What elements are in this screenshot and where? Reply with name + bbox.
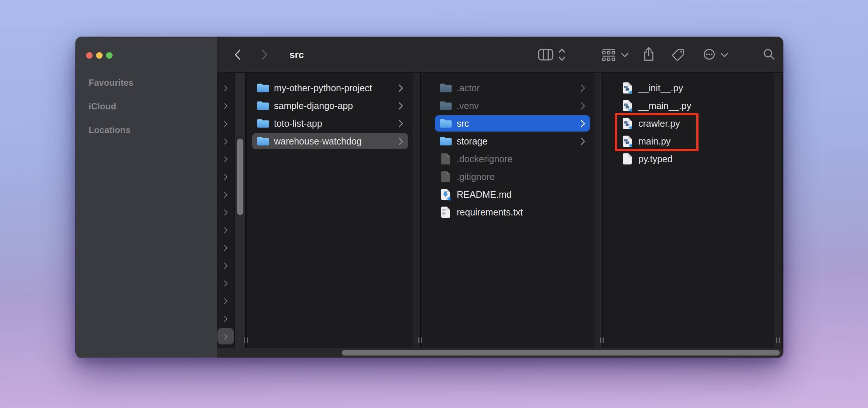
back-icon[interactable] [232,48,244,61]
file-label: .actor [457,83,480,94]
folder-icon [439,135,452,147]
folder-icon [439,99,452,112]
more-chevron-icon[interactable] [720,52,728,58]
file-label: __main__.py [638,101,691,111]
chevron-right-icon [222,174,228,180]
file-label: sample-django-app [274,101,353,111]
file-label: README.md [457,189,512,200]
file-row[interactable]: .actor [435,80,590,96]
window-title: src [289,37,304,73]
column-resize-handle[interactable] [776,337,780,343]
finder-window: Favourites iCloud Locations src [76,37,783,358]
tag-icon[interactable] [672,48,686,62]
chevron-right-icon [577,102,585,109]
chevron-right-icon [395,102,403,109]
chevron-right-icon [222,227,228,234]
file-row[interactable]: my-other-python-project [252,80,408,96]
chevron-right-icon [577,84,585,92]
file-row[interactable]: .venv [435,98,590,114]
file-row[interactable]: __main__.py [617,98,764,114]
chevron-right-icon [222,192,228,198]
search-icon[interactable] [762,48,776,61]
chevron-right-icon [577,119,585,127]
chevron-right-icon [395,137,403,145]
sidebar: Favourites iCloud Locations [76,37,217,358]
chevron-right-icon [222,121,228,127]
group-chevron-icon[interactable] [621,52,629,58]
chevron-right-icon [222,103,228,109]
scrollbar-lane [594,73,602,348]
chevron-right-icon [395,119,403,127]
column-resize-handle[interactable] [418,337,422,343]
sidebar-section-locations[interactable]: Locations [89,125,130,135]
file-row-selected[interactable]: src [435,115,590,132]
close-button[interactable] [86,52,93,59]
horizontal-scrollbar-track[interactable] [217,348,783,358]
chevron-right-icon [395,84,403,92]
red-highlight-annotation [615,113,699,151]
file-row[interactable]: .dockerignore [435,151,590,167]
file-label: my-other-python-project [274,83,372,94]
file-label: storage [457,136,487,147]
file-label: requirements.txt [457,207,523,218]
file-label: toto-list-app [274,118,322,129]
folder-icon [257,135,269,147]
scrollbar-lane [413,73,420,348]
column-browser: my-other-python-project sample-django-ap… [217,73,783,358]
horizontal-scrollbar-thumb[interactable] [342,350,780,356]
document-icon [439,170,452,183]
more-icon[interactable] [703,48,716,60]
python-file-icon [621,82,634,94]
file-label: .venv [457,101,479,111]
chevron-right-icon [222,156,228,163]
file-row-selected[interactable]: warehouse-watchdog [252,133,408,149]
minimize-button[interactable] [96,52,103,59]
markdown-document-icon [439,188,452,201]
chevron-right-icon [222,210,228,216]
chevron-right-icon [222,139,228,145]
folder-icon [257,99,269,112]
file-row[interactable]: __init__.py [617,80,764,96]
file-label: .dockerignore [457,154,512,164]
column-divider[interactable] [602,73,603,348]
column-divider[interactable] [420,73,421,348]
chevron-right-icon [577,137,585,145]
chevron-right-icon [222,280,228,287]
sidebar-section-icloud[interactable]: iCloud [89,101,116,112]
sidebar-section-favourites[interactable]: Favourites [89,78,133,88]
column-view-icon[interactable] [538,49,554,61]
python-file-icon [621,99,634,112]
zoom-button[interactable] [106,52,113,59]
view-arrows-icon[interactable] [557,48,566,62]
file-label: py.typed [638,154,673,164]
vertical-scrollbar-thumb[interactable] [237,139,243,215]
file-label: warehouse-watchdog [274,136,362,147]
forward-icon[interactable] [258,48,270,61]
text-document-icon [439,206,452,218]
group-icon[interactable] [601,48,616,61]
chevron-right-icon [222,245,228,251]
toolbar: src [217,37,783,73]
file-row[interactable]: .gitignore [435,169,590,185]
file-row[interactable]: py.typed [617,151,764,167]
folder-icon [257,82,269,94]
chevron-right-icon [222,316,228,322]
file-row[interactable]: storage [435,133,590,149]
chevron-right-icon [222,263,228,269]
file-row[interactable]: requirements.txt [435,204,590,220]
window-controls [86,52,113,59]
column-divider[interactable] [246,73,247,348]
file-label: .gitignore [457,171,495,182]
share-icon[interactable] [642,47,655,62]
folder-icon [439,117,452,130]
folder-icon [439,82,452,94]
chevron-right-icon [222,85,228,92]
column-resize-handle[interactable] [244,337,248,343]
scrollbar-lane [774,73,781,348]
plain-file-icon [621,153,634,165]
file-row[interactable]: README.md [435,186,590,203]
file-row[interactable]: toto-list-app [252,115,408,132]
folder-icon [257,117,269,130]
file-row[interactable]: sample-django-app [252,98,408,114]
column-resize-handle[interactable] [600,337,604,343]
